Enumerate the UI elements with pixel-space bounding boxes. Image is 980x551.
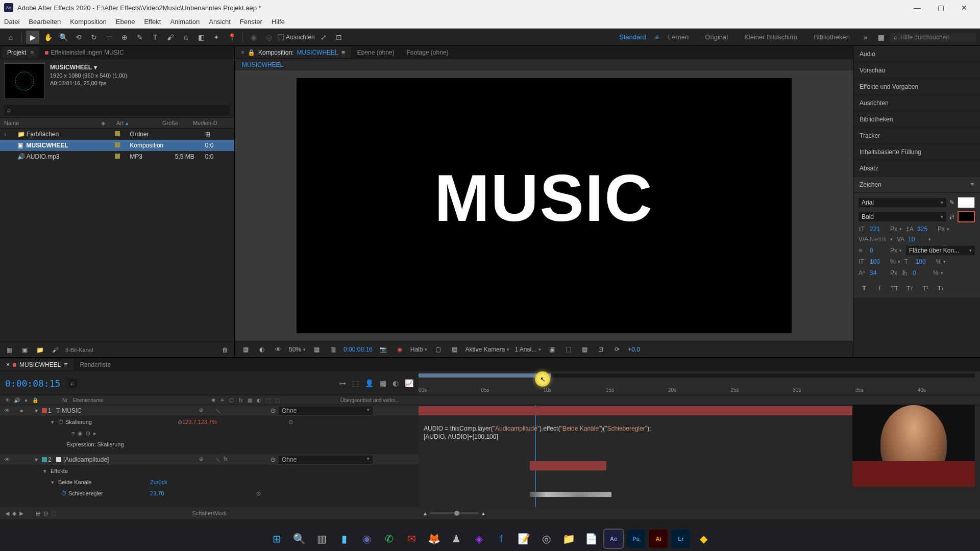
font-weight-select[interactable]: Bold▾ [859,212,946,221]
menu-window[interactable]: Fenster [240,18,262,26]
smallcaps-button[interactable]: Tᴛ [904,283,916,293]
tab-audio[interactable]: Audio [853,46,980,62]
viewport[interactable]: MUSIC [235,70,853,341]
parent-pickwhip-icon[interactable]: ⊙ [256,490,261,497]
tab-timeline-comp[interactable]: × MUSICWHEEL ≡ [0,359,74,370]
workspace-more[interactable]: » [859,31,872,44]
font-family-select[interactable]: Arial▾ [859,198,946,207]
tracking[interactable]: VA10▾ [897,236,931,243]
viewer-timecode[interactable]: 0:00:08:16 [344,346,373,353]
reset-exposure-button[interactable]: ⟳ [611,346,623,353]
shy-icon[interactable]: 👤 [365,379,374,387]
font-size[interactable]: τT221Px▾ [859,226,902,233]
task-illustrator[interactable]: Ai [649,530,668,548]
superscript-button[interactable]: T¹ [920,283,931,293]
track-bar-layer2[interactable] [530,461,606,470]
zoom-tool[interactable]: 🔍 [57,31,70,44]
panel-menu-icon[interactable]: ≡ [970,181,974,188]
delete-button[interactable]: 🗑 [220,345,230,355]
minimize-button[interactable]: — [905,0,929,15]
menu-effect[interactable]: Effekt [144,18,161,26]
tool-opt-2[interactable]: ◎ [262,31,276,44]
zoom-in-icon[interactable]: ▴ [482,510,485,517]
task-view[interactable]: ▥ [312,530,331,548]
pen-tool[interactable]: ✎ [133,31,146,44]
baseline-shift[interactable]: Aᵃ34Px [859,268,897,277]
grid-button[interactable]: ▦ [311,346,322,353]
tab-character[interactable]: Zeichen≡ [853,177,980,193]
vertical-scale[interactable]: IT100%▾ [859,258,900,265]
snap-opt-2[interactable]: ⊡ [332,31,346,44]
task-app1[interactable]: ♟ [447,530,465,548]
task-lightroom[interactable]: Lr [672,530,690,548]
clone-tool[interactable]: ⎌ [179,31,192,44]
task-search[interactable]: 🔍 [290,530,308,548]
work-area[interactable] [419,373,551,378]
effect-slider[interactable]: ⏱ Schieberegler 23,70 ⊙ [0,488,419,499]
chevron-down-icon[interactable]: ▾ [94,63,97,72]
switches-modes-toggle[interactable]: Schalter/Modi [192,510,226,516]
menu-icon[interactable]: ≡ [341,49,345,56]
color-tag[interactable] [115,131,120,136]
stroke-color[interactable] [958,211,975,222]
exposure-value[interactable]: +0,0 [628,346,640,353]
effects-group[interactable]: ▾ Effekte [0,465,419,477]
tab-align[interactable]: Ausrichten [853,95,980,111]
solo-toggle[interactable]: ● [18,407,24,414]
layer-row-2[interactable]: 👁 ▾ 2 [Audioamplitude] ⊕＼fx ⊙Ohne▾ [0,454,419,465]
selection-tool[interactable]: ▶ [26,31,39,44]
alpha-button[interactable]: ▦ [240,346,251,353]
allcaps-button[interactable]: TT [889,283,900,293]
task-explorer[interactable]: ▮ [335,530,353,548]
stopwatch-active-icon[interactable]: ⏱ [61,490,68,496]
tool-opt-1[interactable]: ◉ [247,31,260,44]
graph-editor-icon[interactable]: 📈 [405,379,413,387]
expand-icon[interactable]: › [4,131,10,138]
timeline-zoom[interactable]: ▴ ▴ [424,510,485,517]
expr-menu-icon[interactable]: ▸ [93,430,96,437]
menu-composition[interactable]: Komposition [70,18,107,26]
toggle-modes-icon[interactable]: ⊡ [43,510,48,517]
project-row-audio[interactable]: 🔊 AUDIO.mp3 MP3 5,5 MB 0:0 [0,151,234,162]
link-icon[interactable]: ⊘ [178,419,182,425]
layer-color[interactable] [42,457,47,462]
composition-breadcrumb[interactable]: MUSICWHEEL [235,59,853,70]
twirl-icon[interactable]: ▾ [51,479,58,486]
add-key-icon[interactable]: ◆ [12,510,16,517]
frame-blend-icon[interactable]: ▦ [380,379,386,387]
task-obs[interactable]: ◎ [537,530,555,548]
stroke-width[interactable]: ≡0Px▾ [859,246,902,255]
roto-tool[interactable]: ✦ [210,31,223,44]
italic-button[interactable]: T [874,283,885,293]
task-mail[interactable]: ✉ [402,530,421,548]
motion-blur-icon[interactable]: ◐ [393,379,399,387]
pickwhip-icon[interactable]: ⊙ [271,407,276,414]
tab-effects[interactable]: Effekte und Vorgaben [853,79,980,95]
rotate-tool[interactable]: ↻ [87,31,101,44]
layer-name[interactable]: MUSIC [62,407,82,414]
v-btn-3[interactable]: ▦ [579,346,590,353]
guides-button[interactable]: ▥ [327,346,338,353]
expression-field[interactable]: AUDIO = thisComp.layer("Audioamplitude")… [424,424,651,441]
col-name[interactable]: Name [4,120,101,126]
v-btn-4[interactable]: ⊡ [595,346,606,353]
show-snap-button[interactable]: ◉ [394,346,405,353]
zoom-out-icon[interactable]: ▴ [424,510,427,517]
pickwhip-icon[interactable]: ⊙ [271,456,276,463]
text-tool[interactable]: T [149,31,162,44]
leading[interactable]: ‡A325Px▾ [906,226,949,233]
draft-3d-icon[interactable]: ⬚ [352,379,359,387]
workspace-libs[interactable]: Bibliotheken [806,33,857,41]
new-comp-button[interactable]: ▣ [19,345,30,355]
close-button[interactable]: ✕ [952,0,976,15]
tab-libraries[interactable]: Bibliotheken [853,111,980,128]
transparency-button[interactable]: ▦ [449,346,460,353]
solo-icon[interactable]: ● [22,397,30,403]
workspace-reset[interactable]: ▦ [874,31,888,44]
workspace-menu-icon[interactable]: ≡ [655,34,659,41]
roi-button[interactable]: ▢ [432,346,444,353]
tab-composition[interactable]: × 🔒 Komposition: MUSICWHEEL ≡ [235,47,351,58]
eraser-tool[interactable]: ◧ [194,31,208,44]
timeline-timecode[interactable]: 0:00:08:15 [5,378,60,389]
stroke-mode-select[interactable]: Fläche über Kon...▾ [906,246,975,255]
